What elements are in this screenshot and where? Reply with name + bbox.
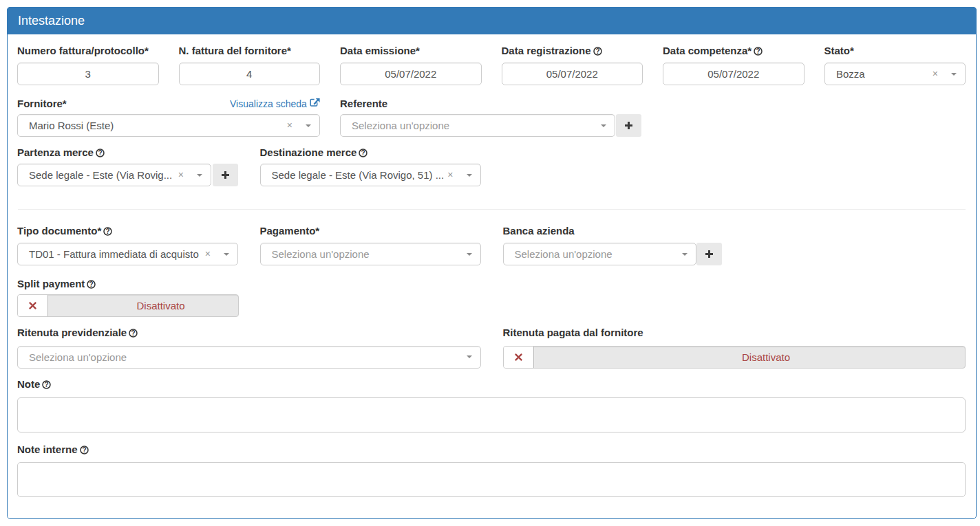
svg-text:?: ?	[45, 381, 49, 388]
svg-text:?: ?	[82, 446, 86, 454]
svg-text:?: ?	[131, 329, 136, 337]
svg-text:?: ?	[756, 47, 760, 55]
svg-text:?: ?	[98, 149, 102, 157]
svg-text:?: ?	[361, 149, 365, 157]
svg-text:?: ?	[595, 47, 599, 55]
svg-text:?: ?	[89, 281, 94, 288]
svg-text:?: ?	[106, 228, 110, 235]
